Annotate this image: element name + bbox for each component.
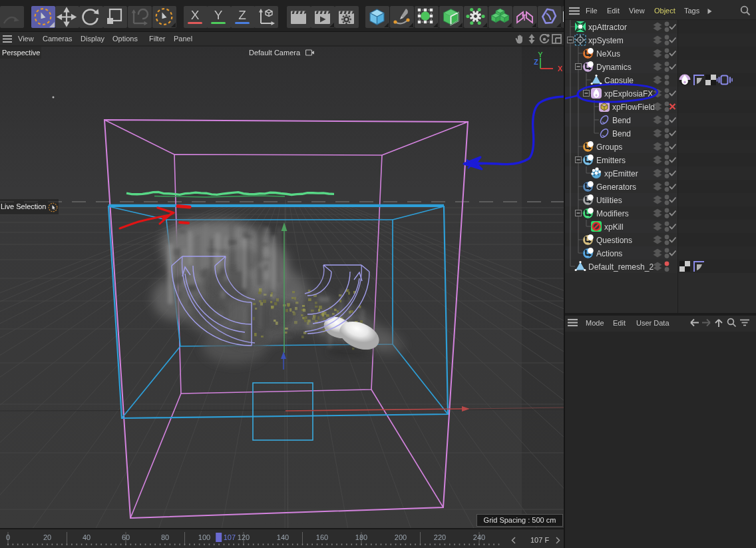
svg-text:Z: Z	[238, 8, 246, 22]
svg-text:Groups: Groups	[596, 142, 622, 152]
svg-text:40: 40	[83, 533, 91, 541]
svg-text:xpKill: xpKill	[604, 222, 624, 232]
svg-text:Actions: Actions	[596, 249, 622, 258]
svg-text:Modifiers: Modifiers	[596, 209, 629, 218]
svg-text:X: X	[558, 65, 563, 73]
svg-text:107: 107	[224, 533, 236, 541]
svg-text:160: 160	[316, 533, 328, 541]
svg-text:Bend: Bend	[612, 116, 631, 125]
svg-text:240: 240	[473, 533, 485, 541]
svg-text:Emitters: Emitters	[596, 156, 626, 165]
svg-text:107 F: 107 F	[530, 536, 549, 544]
svg-text:Bend: Bend	[612, 129, 631, 138]
svg-text:180: 180	[355, 533, 367, 541]
svg-text:0: 0	[6, 533, 10, 541]
svg-text:Questions: Questions	[596, 236, 632, 245]
svg-text:Dynamics: Dynamics	[596, 63, 632, 72]
svg-text:140: 140	[277, 533, 289, 541]
svg-text:Z: Z	[534, 58, 538, 66]
svg-text:Y: Y	[214, 8, 223, 22]
svg-text:60: 60	[122, 533, 130, 541]
svg-text:80: 80	[161, 533, 169, 541]
svg-text:xpFlowField: xpFlowField	[612, 103, 655, 112]
svg-text:X: X	[191, 8, 200, 22]
svg-text:120: 120	[238, 533, 250, 541]
svg-text:xpAttractor: xpAttractor	[588, 23, 627, 32]
svg-text:220: 220	[434, 533, 446, 541]
svg-text:Generators: Generators	[596, 182, 636, 192]
svg-text:NeXus: NeXus	[596, 49, 620, 59]
svg-text:xpEmitter: xpEmitter	[604, 169, 638, 178]
svg-text:xpExplosiaFX: xpExplosiaFX	[604, 89, 653, 99]
svg-text:20: 20	[43, 533, 51, 541]
svg-text:Default_remesh_2: Default_remesh_2	[588, 262, 654, 272]
svg-text:100: 100	[198, 533, 210, 541]
svg-text:Y: Y	[538, 51, 543, 59]
svg-text:200: 200	[395, 533, 407, 541]
svg-text:xpSystem: xpSystem	[588, 36, 624, 45]
svg-text:Utilities: Utilities	[596, 196, 622, 205]
